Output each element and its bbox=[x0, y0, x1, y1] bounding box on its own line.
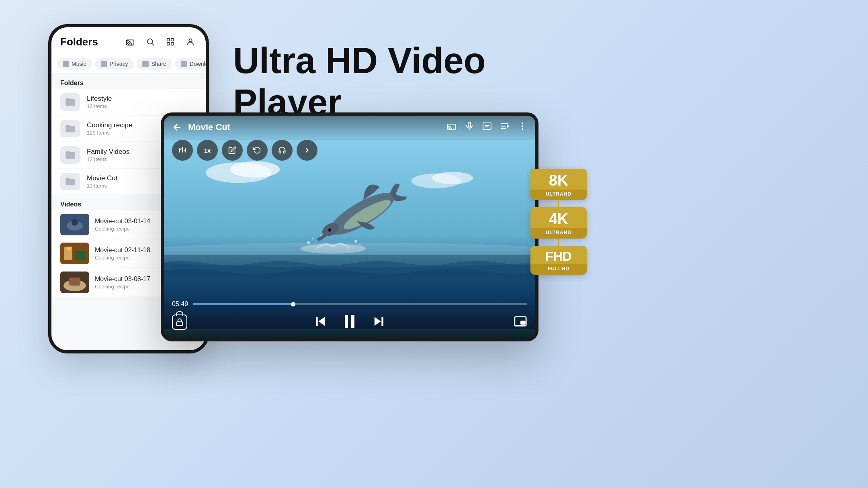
tab-downloaded-label: Downloaded bbox=[190, 61, 206, 67]
svg-line-2 bbox=[152, 43, 154, 45]
player-title: Movie Cut bbox=[188, 122, 230, 133]
folder-icon-lifestyle bbox=[60, 93, 80, 111]
tab-music[interactable]: Music bbox=[57, 58, 92, 69]
cast-icon[interactable] bbox=[124, 35, 137, 48]
skip-back-button[interactable] bbox=[313, 314, 328, 331]
folder-item-lifestyle[interactable]: Lifestyle 12 Items bbox=[51, 89, 206, 115]
phone-header: Folders bbox=[51, 27, 206, 54]
tab-privacy[interactable]: Privacy bbox=[95, 58, 134, 69]
svg-point-45 bbox=[522, 123, 523, 124]
badge-4k-sub: ULTRAHD bbox=[534, 230, 583, 235]
svg-point-14 bbox=[67, 247, 71, 251]
audio-button[interactable] bbox=[272, 140, 293, 161]
tab-downloaded[interactable]: Downloaded bbox=[175, 58, 206, 69]
svg-marker-44 bbox=[507, 125, 509, 127]
pip-button[interactable] bbox=[514, 314, 527, 330]
back-button[interactable] bbox=[172, 122, 182, 133]
grid-icon[interactable] bbox=[164, 35, 177, 48]
video-sub-2: Cooking recipe bbox=[95, 255, 150, 261]
svg-rect-17 bbox=[69, 278, 80, 286]
badge-8k-label: 8K bbox=[536, 173, 581, 188]
more-icon-player[interactable] bbox=[518, 121, 527, 133]
folder-info-lifestyle: Lifestyle 12 Items bbox=[87, 95, 112, 109]
player-top-right bbox=[447, 121, 527, 133]
badge-4k-bottom: ULTRAHD bbox=[530, 228, 587, 239]
video-thumb-3 bbox=[60, 272, 89, 293]
badge-8k-bottom: ULTRAHD bbox=[530, 190, 587, 200]
tab-share[interactable]: Share bbox=[137, 58, 172, 69]
folder-icon-family bbox=[60, 146, 80, 164]
rotate-button[interactable] bbox=[247, 140, 268, 161]
badge-fhd-bottom: FULLHD bbox=[530, 264, 587, 275]
folder-info-family: Family Videos 12 Items bbox=[87, 148, 129, 162]
svg-rect-38 bbox=[483, 123, 491, 129]
player-controls-top: 1x bbox=[172, 140, 317, 161]
speed-button[interactable]: 1x bbox=[197, 140, 218, 161]
badge-8k: 8K ULTRAHD bbox=[530, 169, 587, 200]
video-info-3: Movie-cut 03-08-17 Cooking recipe bbox=[95, 276, 150, 290]
folder-count-moviecut: 13 Items bbox=[87, 183, 118, 189]
subtitles-icon-player[interactable] bbox=[482, 121, 492, 133]
badge-fhd-top: FHD bbox=[530, 246, 587, 264]
player-top-left: Movie Cut bbox=[172, 122, 230, 133]
connector-4k-fhd bbox=[558, 239, 559, 246]
cast-icon-player[interactable] bbox=[447, 121, 457, 133]
badge-8k-sub: ULTRAHD bbox=[534, 191, 583, 197]
tab-music-label: Music bbox=[72, 61, 86, 67]
search-icon[interactable] bbox=[144, 35, 157, 48]
player-container: Movie Cut bbox=[164, 116, 535, 338]
badge-8k-top: 8K bbox=[530, 169, 587, 190]
svg-point-22 bbox=[230, 161, 280, 178]
resolution-badges: 8K ULTRAHD 4K ULTRAHD FHD FULLHD bbox=[530, 169, 587, 275]
time-current: 05:49 bbox=[172, 300, 188, 308]
svg-rect-62 bbox=[521, 321, 525, 324]
playlist-icon-player[interactable] bbox=[500, 121, 510, 133]
svg-marker-55 bbox=[318, 317, 325, 326]
profile-icon[interactable] bbox=[184, 35, 197, 48]
folder-name-family: Family Videos bbox=[87, 148, 129, 156]
video-thumb-2 bbox=[60, 243, 89, 264]
video-sub-1: Cooking recipe bbox=[95, 226, 150, 232]
tablet-mockup: Movie Cut bbox=[161, 112, 538, 341]
tab-share-label: Share bbox=[151, 61, 166, 67]
badge-4k: 4K ULTRAHD bbox=[530, 207, 587, 239]
player-top-bar: Movie Cut bbox=[164, 116, 535, 139]
svg-rect-60 bbox=[381, 317, 383, 326]
folder-icon-moviecut bbox=[60, 173, 80, 190]
lock-button[interactable] bbox=[172, 314, 187, 330]
folder-name-cooking: Cooking recipe bbox=[87, 121, 132, 129]
folder-count-family: 12 Items bbox=[87, 156, 129, 162]
svg-point-10 bbox=[72, 219, 78, 226]
video-name-3: Movie-cut 03-08-17 bbox=[95, 276, 150, 283]
progress-thumb bbox=[291, 302, 295, 306]
progress-track[interactable] bbox=[193, 303, 527, 305]
video-sub-3: Cooking recipe bbox=[95, 284, 150, 290]
video-info-1: Movie-cut 03-01-14 Cooking recipe bbox=[95, 218, 150, 232]
folder-icon-cooking bbox=[60, 120, 80, 137]
progress-row: 05:49 bbox=[172, 300, 527, 308]
folder-count-cooking: 129 Items bbox=[87, 130, 132, 136]
badge-fhd: FHD FULLHD bbox=[530, 246, 587, 275]
badge-4k-label: 4K bbox=[536, 211, 581, 227]
tab-privacy-label: Privacy bbox=[110, 61, 128, 67]
svg-rect-5 bbox=[167, 43, 170, 45]
speed-label: 1x bbox=[204, 147, 211, 154]
equalizer-button[interactable] bbox=[172, 140, 193, 161]
more-controls-button[interactable] bbox=[297, 140, 317, 161]
playback-controls bbox=[172, 312, 527, 333]
video-thumb-1 bbox=[60, 214, 89, 235]
folders-section-label: Folders bbox=[51, 74, 206, 89]
svg-point-1 bbox=[147, 39, 153, 44]
badge-fhd-label: FHD bbox=[536, 250, 581, 263]
svg-rect-58 bbox=[351, 315, 354, 328]
svg-rect-3 bbox=[167, 39, 170, 41]
mic-icon-player[interactable] bbox=[465, 121, 474, 133]
svg-marker-59 bbox=[375, 317, 381, 326]
folder-count-lifestyle: 12 Items bbox=[87, 103, 112, 109]
edit-button[interactable] bbox=[222, 140, 243, 161]
badge-4k-top: 4K bbox=[530, 207, 587, 228]
player-bottom: 05:49 bbox=[164, 300, 535, 338]
svg-rect-4 bbox=[171, 39, 174, 41]
skip-forward-button[interactable] bbox=[371, 314, 387, 331]
pause-button[interactable] bbox=[340, 312, 359, 333]
